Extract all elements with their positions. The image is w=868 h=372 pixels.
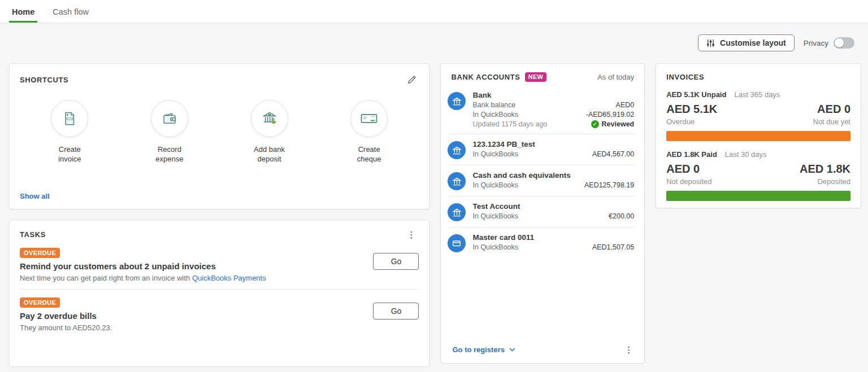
invoices-card: INVOICES AED 5.1K Unpaid Last 365 days A… [656, 63, 861, 208]
invoices-unpaid-section: AED 5.1K Unpaid Last 365 days AED 5.1K A… [666, 90, 850, 141]
new-badge: NEW [525, 72, 547, 82]
show-all-link[interactable]: Show all [20, 192, 50, 200]
not-due-label: Not due yet [813, 117, 851, 126]
shortcuts-row: Createinvoice Recordexpense [20, 100, 419, 164]
account-inqb-line: In QuickBooks AED1,507.05 [472, 243, 634, 251]
account-row-master-card[interactable]: Master card 0011 In QuickBooks AED1,507.… [441, 227, 644, 258]
privacy-toggle[interactable] [834, 37, 854, 49]
sliders-icon [706, 39, 715, 47]
invoices-paid-section: AED 1.8K Paid Last 30 days AED 0 AED 1.8… [666, 150, 850, 201]
unpaid-summary-row: AED 5.1K Unpaid Last 365 days [666, 90, 850, 99]
tasks-card: TASKS ⋮ OVERDUE Remind your customers ab… [9, 220, 429, 367]
shortcut-circle [151, 100, 188, 137]
tasks-menu-button[interactable]: ⋮ [403, 229, 419, 240]
credit-card-icon [448, 234, 466, 252]
shortcuts-title: SHORTCUTS [20, 76, 68, 84]
account-details: 123.1234 PB_test In QuickBooks AED4,567.… [472, 140, 634, 159]
customise-layout-label: Customise layout [720, 38, 786, 47]
go-button[interactable]: Go [373, 303, 419, 320]
as-of-today-label: As of today [597, 73, 634, 81]
paid-total: AED 1.8K Paid [666, 150, 717, 159]
account-row-pb-test[interactable]: 123.1234 PB_test In QuickBooks AED4,567.… [441, 134, 644, 165]
edit-shortcuts-button[interactable] [405, 73, 419, 86]
shortcut-create-cheque[interactable]: Createcheque [319, 100, 419, 164]
left-column: SHORTCUTS Createinvoice [9, 63, 429, 367]
deposited-amount: AED 1.8K [800, 163, 850, 176]
paid-labels-row: Not deposited Deposited [666, 177, 850, 186]
account-details: Test Account In QuickBooks €200.00 [472, 202, 634, 221]
unpaid-total: AED 5.1K Unpaid [666, 90, 726, 99]
deposited-label: Deposited [817, 177, 850, 186]
unpaid-period: Last 365 days [734, 90, 780, 99]
task-title: Remind your customers about 2 unpaid inv… [20, 261, 345, 271]
account-row-bank[interactable]: Bank Bank balance AED0 In QuickBooks -AE… [441, 85, 644, 134]
bank-accounts-card: BANK ACCOUNTS NEW As of today Bank Bank … [440, 63, 645, 364]
task-description: They amount to AED520.23. [20, 323, 345, 332]
account-inqb-line: In QuickBooks €200.00 [472, 212, 634, 220]
bank-icon [448, 203, 466, 221]
status-badge: OVERDUE [20, 248, 60, 258]
go-to-registers-link[interactable]: Go to registers [452, 345, 515, 354]
bank-accounts-header: BANK ACCOUNTS NEW As of today [441, 72, 644, 85]
account-name: 123.1234 PB_test [472, 140, 634, 148]
pencil-icon [406, 74, 418, 85]
shortcut-create-invoice[interactable]: Createinvoice [20, 100, 120, 164]
bank-balance-value: AED0 [616, 101, 635, 109]
account-inqb-line: In QuickBooks AED4,567.00 [472, 150, 634, 158]
in-quickbooks-value: AED125,798.19 [584, 181, 634, 189]
tasks-header: TASKS ⋮ [20, 229, 419, 240]
task-description: Next time you can get paid right from an… [20, 274, 345, 282]
top-tab-bar: Home Cash flow [0, 0, 868, 23]
bank-icon [448, 141, 466, 159]
unpaid-values-row: AED 5.1K AED 0 [666, 103, 850, 116]
not-deposited-amount: AED 0 [666, 163, 700, 176]
account-row-cash-equivalents[interactable]: Cash and cash equivalents In QuickBooks … [441, 165, 644, 196]
shortcut-add-bank-deposit[interactable]: Add bankdeposit [219, 100, 319, 164]
overdue-amount: AED 5.1K [666, 103, 717, 116]
reviewed-status: ✓Reviewed [591, 120, 635, 128]
shortcut-circle [251, 100, 288, 137]
create-invoice-icon [61, 110, 78, 127]
shortcuts-card: SHORTCUTS Createinvoice [9, 63, 429, 209]
shortcut-circle [350, 100, 388, 137]
not-due-amount: AED 0 [817, 103, 850, 116]
paid-summary-row: AED 1.8K Paid Last 30 days [666, 150, 850, 159]
shortcut-label: Createcheque [357, 145, 381, 164]
paid-period: Last 30 days [725, 150, 767, 159]
go-button[interactable]: Go [373, 253, 419, 270]
customise-layout-button[interactable]: Customise layout [698, 34, 795, 51]
bank-icon [448, 172, 466, 190]
quickbooks-payments-link[interactable]: QuickBooks Payments [192, 274, 266, 282]
account-inqb-line: In QuickBooks AED125,798.19 [472, 181, 634, 189]
task-item-unpaid-invoices: OVERDUE Remind your customers about 2 un… [20, 240, 419, 289]
bank-accounts-menu-button[interactable]: ⋮ [621, 344, 636, 355]
tasks-title: TASKS [20, 230, 46, 239]
account-updated-line: Updated 1175 days ago ✓Reviewed [472, 120, 634, 128]
tab-cash-flow[interactable]: Cash flow [50, 2, 92, 23]
in-quickbooks-value: -AED65,919.02 [586, 111, 634, 119]
dashboard-content: SHORTCUTS Createinvoice [0, 51, 868, 367]
account-row-test-account[interactable]: Test Account In QuickBooks €200.00 [441, 196, 644, 227]
add-bank-deposit-icon [261, 110, 279, 128]
account-details: Master card 0011 In QuickBooks AED1,507.… [472, 233, 634, 252]
unpaid-progress-bar[interactable] [666, 131, 850, 141]
shortcut-label: Recordexpense [155, 145, 183, 164]
in-quickbooks-value: €200.00 [609, 212, 634, 220]
tab-home[interactable]: Home [9, 2, 37, 23]
account-details: Bank Bank balance AED0 In QuickBooks -AE… [472, 91, 634, 128]
bank-accounts-footer: Go to registers ⋮ [441, 339, 644, 363]
account-name: Master card 0011 [472, 233, 634, 242]
invoices-title: INVOICES [666, 73, 850, 81]
not-deposited-label: Not deposited [666, 177, 711, 186]
shortcut-circle [51, 100, 88, 137]
shortcut-record-expense[interactable]: Recordexpense [120, 100, 220, 164]
account-name: Cash and cash equivalents [472, 171, 634, 180]
shortcuts-header: SHORTCUTS [20, 73, 419, 86]
bank-accounts-title-wrap: BANK ACCOUNTS NEW [451, 72, 546, 82]
paid-progress-bar[interactable] [666, 191, 850, 201]
create-cheque-icon [359, 109, 379, 128]
privacy-label: Privacy [804, 39, 828, 47]
account-name: Test Account [472, 202, 634, 211]
record-expense-icon [161, 110, 178, 127]
task-title: Pay 2 overdue bills [20, 311, 345, 321]
